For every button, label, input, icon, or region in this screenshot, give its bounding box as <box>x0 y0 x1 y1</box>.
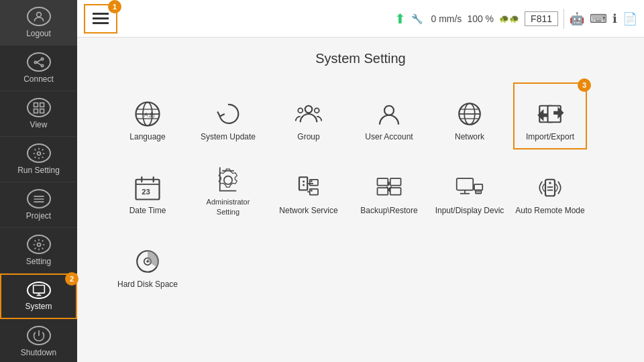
robot-icon[interactable]: 🤖 <box>570 11 584 26</box>
sidebar-item-shutdown-label: Shutdown <box>21 348 56 357</box>
sidebar-item-system-label: System <box>25 302 52 311</box>
svg-point-25 <box>315 109 319 113</box>
sidebar-item-project[interactable]: Project <box>0 182 77 228</box>
hard-disk-label: Hard Disk Space <box>117 280 178 290</box>
header: 1 ⬆ 🔧 0 mm/s 100 % 🐢🐢 F811 🤖 ⌨ ℹ 📄 <box>77 0 644 38</box>
svg-point-0 <box>36 12 41 17</box>
svg-rect-42 <box>303 181 305 183</box>
svg-point-1 <box>34 61 36 63</box>
user-account-label: User Account <box>365 132 413 143</box>
robot-arm-icon: ⬆ <box>394 11 406 27</box>
sidebar-item-setting[interactable]: Setting <box>0 228 77 274</box>
project-icon <box>27 189 51 208</box>
svg-rect-43 <box>303 184 305 186</box>
svg-rect-53 <box>390 188 401 195</box>
content-area: System Setting A あ Language <box>77 38 644 362</box>
svg-rect-8 <box>34 109 38 113</box>
keyboard-icon[interactable]: ⌨ <box>590 11 607 26</box>
svg-point-39 <box>224 176 232 184</box>
svg-point-48 <box>311 180 313 182</box>
model-box: F811 <box>525 11 558 26</box>
language-label: Language <box>129 132 165 143</box>
hard-disk-item[interactable]: Hard Disk Space <box>111 230 184 297</box>
menu-badge: 1 <box>108 0 121 13</box>
header-divider-1 <box>564 9 564 29</box>
sidebar-item-connect[interactable]: Connect <box>0 46 77 91</box>
run-setting-icon <box>27 143 51 163</box>
backup-restore-item[interactable]: Backup\Restore <box>352 156 426 223</box>
svg-point-3 <box>41 64 43 66</box>
network-item[interactable]: Network <box>433 82 506 149</box>
sidebar-item-project-label: Project <box>26 211 51 221</box>
sidebar-item-logout[interactable]: Logout <box>0 0 77 46</box>
import-export-item[interactable]: 3 Import/Export <box>513 82 587 149</box>
svg-point-23 <box>305 106 313 113</box>
grid-row-3: Hard Disk Space <box>97 230 624 297</box>
setting-icon <box>27 235 51 254</box>
date-time-label: Date Time <box>129 206 166 217</box>
auto-remote-item[interactable]: Auto Remote Mode <box>513 156 587 223</box>
svg-point-11 <box>37 243 40 246</box>
svg-rect-7 <box>40 103 44 107</box>
svg-point-10 <box>37 152 40 155</box>
svg-rect-54 <box>457 178 474 190</box>
admin-setting-item[interactable]: Administrator Setting <box>191 156 265 223</box>
group-item[interactable]: Group <box>272 82 345 149</box>
sidebar: Logout Connect View Run Setting <box>0 0 77 362</box>
svg-rect-45 <box>310 180 318 186</box>
percent-value: 100 % <box>467 13 494 24</box>
svg-rect-6 <box>34 103 38 107</box>
speed-icon: 🔧 <box>411 13 423 24</box>
sidebar-item-connect-label: Connect <box>23 74 54 84</box>
sidebar-item-view[interactable]: View <box>0 91 77 137</box>
svg-rect-63 <box>547 187 553 188</box>
backup-restore-label: Backup\Restore <box>360 206 417 217</box>
grid-row-1: A あ Language System Update <box>97 82 624 149</box>
sidebar-item-setting-label: Setting <box>26 257 51 266</box>
menu-bar-1 <box>93 13 109 15</box>
input-display-label: Input/Display Devic <box>435 206 504 217</box>
svg-text:A: A <box>144 111 148 118</box>
svg-line-4 <box>36 59 41 62</box>
language-item[interactable]: A あ Language <box>111 82 184 149</box>
svg-rect-46 <box>310 189 318 195</box>
view-icon <box>27 98 51 117</box>
document-icon[interactable]: 📄 <box>623 11 637 26</box>
system-update-label: System Update <box>201 132 256 143</box>
menu-button[interactable]: 1 <box>84 4 117 34</box>
svg-point-24 <box>298 109 303 113</box>
info-icon[interactable]: ℹ <box>612 11 617 26</box>
system-update-item[interactable]: System Update <box>191 82 265 149</box>
svg-point-67 <box>146 261 149 263</box>
logout-icon <box>27 7 51 26</box>
grid-row-2: 23 Date Time Administrator Setting <box>97 156 624 223</box>
svg-point-62 <box>549 182 551 185</box>
svg-rect-51 <box>378 188 388 195</box>
svg-rect-12 <box>33 286 44 294</box>
import-export-badge: 3 <box>578 78 591 92</box>
sidebar-item-system[interactable]: System 2 <box>0 274 77 319</box>
sidebar-item-logout-label: Logout <box>26 29 51 38</box>
svg-point-26 <box>384 106 394 115</box>
sidebar-item-shutdown[interactable]: Shutdown <box>0 319 77 362</box>
system-icon <box>27 282 51 299</box>
svg-line-5 <box>36 62 41 65</box>
user-account-item[interactable]: User Account <box>352 82 426 149</box>
network-service-item[interactable]: Network Service <box>272 156 345 223</box>
input-display-item[interactable]: Input/Display Devic <box>433 156 506 223</box>
sidebar-item-view-label: View <box>30 120 48 129</box>
admin-setting-label: Administrator Setting <box>207 197 250 217</box>
sidebar-item-run-setting[interactable]: Run Setting <box>0 137 77 182</box>
date-time-item[interactable]: 23 Date Time <box>111 156 184 223</box>
shutdown-icon <box>27 326 51 345</box>
network-service-label: Network Service <box>279 206 337 217</box>
connect-icon <box>27 52 51 72</box>
svg-rect-57 <box>474 184 482 190</box>
auto-remote-label: Auto Remote Mode <box>515 206 584 217</box>
speed-value: 0 mm/s <box>431 13 462 24</box>
network-label: Network <box>455 132 484 143</box>
svg-rect-50 <box>378 178 388 186</box>
svg-rect-64 <box>547 190 553 191</box>
svg-text:あ: あ <box>149 111 155 118</box>
system-badge: 2 <box>65 272 78 286</box>
